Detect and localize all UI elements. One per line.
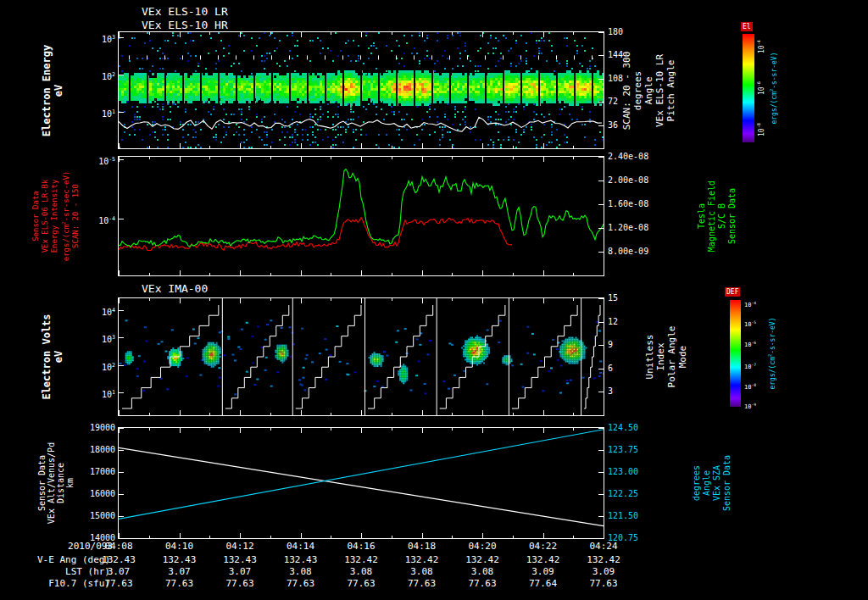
ima-colorbar-unit-line: ergs/(cm2-s-sr-eV) [766,317,776,389]
ima-colorbar-gradient [730,300,741,407]
ima-right-tick-label: 3 [608,387,613,396]
table-value: 132.43 [102,554,136,565]
els-title-line2: VEx ELS-10 HR [142,19,228,31]
aux-right-axis-title-line: degrees [692,455,702,511]
aux-left-axis-title-line: km [65,442,75,524]
els-colorbar [743,34,754,142]
els-colorbar-tick-label-line: 10-8 [755,123,765,136]
aux-right-axis-title-line: VEx SZA [712,455,722,511]
els-right-tick-label: 72 [608,97,618,106]
els-colorbar-tick-label-line: 10-4 [755,40,765,53]
ima-colorbar-unit: ergs/(cm2-s-sr-eV) [766,317,776,389]
aux-left-axis-title: Sensor DataVEx Alt/Venus/PdDistancekm [37,442,75,524]
time-tick-label: 04:14 [287,541,314,552]
els-right-tick-label: 180 [608,28,623,36]
aux-left-axis-title-line: VEx Alt/Venus/Pd [47,442,56,524]
els-left-tick-label: 101 [102,108,115,119]
aux-right-tick-label: 122.25 [608,490,638,498]
ima-left-axis-title-line: Electron Volts [41,314,53,399]
time-tick-label: 04:18 [408,541,436,552]
time-tick-label: 04:20 [468,541,496,552]
ima-right-axis-title-line: Unitless [644,326,655,388]
mag-right-tick-label: 2.00e-08 [608,176,648,185]
table-value: 3.08 [350,566,373,577]
ima-right-axis-title-line: Polar Angle [666,326,677,388]
ima-right-tick-label: 12 [608,318,618,326]
table-value: 77.64 [529,578,557,589]
mag-left-axis-title-line: Energy Intensity [50,171,59,262]
time-tick-label: 04:12 [225,541,253,552]
aux-left-tick-label: 17000 [90,468,115,476]
table-value: 132.42 [526,554,560,565]
aux-right-tick-label: 121.50 [608,512,638,520]
ima-right-axis-title-line: Mode [677,326,688,388]
els-spectrogram-panel [118,31,604,149]
mag-right-axis-title: TeslaMagnetic FieldS/C BSensor Data [697,181,737,252]
time-tick-label: 04:08 [104,541,132,552]
ima-colorbar-tick-label: 10-9 [744,401,756,411]
els-left-axis-title-line: eV [53,44,64,136]
ima-right-tick-label: 6 [608,364,613,373]
mag-right-axis-title-line: Sensor Data [727,181,737,252]
ima-title: VEx IMA-00 [142,282,208,295]
table-value: 3.08 [289,566,312,577]
ima-left-axis-title-line: eV [53,314,64,399]
table-value: 132.42 [587,554,620,565]
mag-left-tick-label: 10-4 [98,214,115,225]
time-tick-label: 04:10 [165,541,193,552]
ima-colorbar-tick-label: 10-8 [744,381,756,392]
table-row-label: F10.7 (sfu) [48,578,110,589]
table-value: 77.63 [104,578,132,589]
mag-left-axis-title-line: SCAN: 20 - 150 [71,171,81,262]
ima-colorbar-tick-label: 10-6 [744,339,756,349]
ima-right-tick-label: 15 [608,294,618,303]
aux-right-tick-label: 124.50 [608,424,638,432]
mag-right-tick-label: 2.40e-08 [608,153,648,161]
table-value: 77.63 [408,578,436,589]
ima-left-tick-label: 101 [102,388,115,399]
ima-colorbar-tick-label: 10-4 [744,299,756,309]
els-right-axis-title-line: VEx ELS-10 LR [654,51,665,130]
table-value: 3.09 [531,566,554,577]
els-colorbar-unit: ergs/(cm2-s-sr-eV) [768,52,778,124]
table-value: 77.63 [225,578,253,589]
ima-left-tick-label: 104 [102,306,115,317]
els-colorbar-gradient [743,34,754,142]
table-value: 3.08 [471,566,494,577]
magnetic-field-panel [118,156,604,276]
ima-right-axis-title-line: Index [655,326,666,388]
ima-right-tick-label: 9 [608,341,613,349]
els-left-axis-title: Electron EnergyeV [41,44,64,136]
ima-colorbar-tag: DEF [725,287,740,297]
els-colorbar-tag: El [741,22,753,31]
table-value: 77.63 [347,578,375,589]
mag-right-tick-label: 1.60e-08 [608,200,648,208]
table-value: 77.63 [589,578,617,589]
table-value: 77.63 [165,578,193,589]
els-colorbar-tick-label: 10-4 [755,40,765,53]
table-value: 3.07 [108,566,131,577]
mag-right-axis-title-line: Magnetic Field [707,181,717,252]
els-right-tick-label: 36 [608,121,618,130]
ima-right-axis-title: UnitlessIndexPolar AngleMode [644,326,688,388]
els-right-axis-title-line: Pitch Angle [665,51,676,130]
aux-left-axis-title-line: Distance [56,442,65,524]
els-right-axis-title-line: SCAN: 20 - 300 [621,51,632,130]
els-right-axis-title-line: Angle [643,51,654,130]
ima-left-tick-label: 103 [102,333,115,344]
table-value: 132.43 [223,554,257,565]
aux-right-axis-title-line: Angle [702,455,712,511]
aux-right-axis-title: degreesAngleVEx SZASensor Data [692,455,732,511]
mag-left-axis-title: Sensor DataVEx ELS-06 LR-BkEnergy Intens… [31,171,81,262]
time-tick-label: 04:16 [347,541,375,552]
table-value: 132.42 [405,554,439,565]
ima-left-tick-label: 102 [102,361,115,372]
mag-right-axis-title-line: S/C B [717,181,727,252]
aux-right-axis-title-line: Sensor Data [722,455,732,511]
aux-right-tick-label: 123.00 [608,468,638,476]
els-spectrogram-canvas [119,32,604,148]
mag-right-tick-label: 1.20e-08 [608,224,648,232]
ima-colorbar-tick-label: 10-5 [744,319,756,329]
ima-colorbar [730,300,741,407]
mag-left-axis-title-line: VEx ELS-06 LR-Bk [41,171,50,262]
